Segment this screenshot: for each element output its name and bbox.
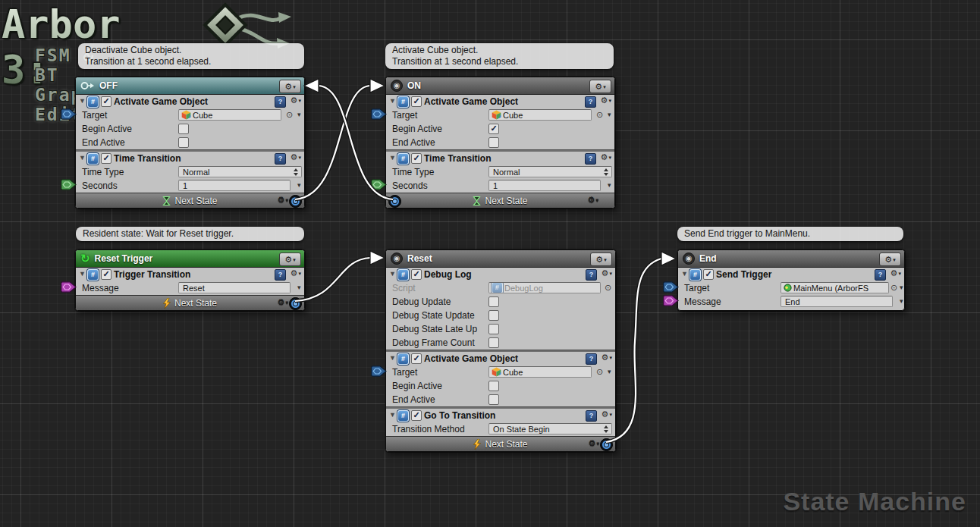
- input-port-float[interactable]: [371, 179, 387, 190]
- foldout-icon[interactable]: ▼: [389, 154, 396, 162]
- comment-box-off[interactable]: Deactivate Cube object. Transition at 1 …: [78, 43, 304, 69]
- transition-out-port[interactable]: [289, 297, 302, 310]
- input-port-gameobject[interactable]: [371, 365, 387, 377]
- help-icon[interactable]: ?: [275, 96, 286, 108]
- state-header-on[interactable]: ◉ ON ⚙▾: [386, 77, 614, 95]
- behavior-enabled-checkbox[interactable]: ✓: [101, 153, 112, 164]
- behavior-enabled-checkbox[interactable]: ✓: [411, 96, 422, 107]
- object-picker-icon[interactable]: ⊙: [890, 283, 897, 293]
- state-node-off[interactable]: OFF ⚙▾ ▼ # ✓ Activate Game Object ? ⚙▾ T…: [75, 77, 305, 209]
- comment-box-on[interactable]: Activate Cube object. Transition at 1 se…: [385, 43, 614, 69]
- transition-reset-to-end[interactable]: [606, 252, 676, 442]
- input-port-gameobject[interactable]: [663, 281, 679, 293]
- dropdown-arrow-icon[interactable]: ▾: [608, 368, 611, 375]
- gear-icon[interactable]: ⚙▾: [601, 96, 611, 105]
- object-field[interactable]: Cube: [488, 109, 592, 121]
- next-state-bar[interactable]: Next State ⚙▾: [76, 193, 304, 208]
- graph-canvas[interactable]: Arbor 3: FSM & BT Graph Editor State Mac…: [0, 0, 980, 527]
- foldout-icon[interactable]: ▼: [79, 97, 86, 105]
- behavior-enabled-checkbox[interactable]: ✓: [101, 269, 112, 280]
- input-port-gameobject[interactable]: [371, 108, 387, 120]
- state-header-reset-trigger[interactable]: ↻ Reset Trigger ⚙▾: [76, 250, 304, 268]
- behavior-enabled-checkbox[interactable]: ✓: [411, 353, 422, 364]
- state-node-end[interactable]: ◉ End ⚙▾ ▼ # ✓ Send Trigger ? ⚙▾ Target …: [677, 249, 905, 311]
- object-picker-icon[interactable]: ⊙: [596, 367, 603, 377]
- checkbox[interactable]: [488, 324, 499, 334]
- object-picker-icon[interactable]: ⊙: [286, 110, 293, 120]
- checkbox[interactable]: [488, 137, 499, 148]
- checkbox[interactable]: [488, 394, 499, 405]
- help-icon[interactable]: ?: [275, 269, 286, 281]
- dropdown-arrow-icon[interactable]: ▾: [297, 284, 301, 291]
- object-field[interactable]: MainMenu (ArborFS: [781, 282, 889, 293]
- checkbox[interactable]: ✓: [488, 124, 499, 134]
- foldout-icon[interactable]: ▼: [79, 270, 86, 278]
- state-gear-button[interactable]: ⚙▾: [589, 80, 611, 93]
- state-header-reset[interactable]: ◉ Reset ⚙▾: [386, 250, 615, 268]
- gear-icon[interactable]: ⚙▾: [278, 298, 288, 306]
- transition-out-port[interactable]: [289, 195, 302, 208]
- text-field[interactable]: Reset: [178, 282, 291, 293]
- object-picker-icon[interactable]: ⊙: [596, 110, 603, 120]
- transition-out-port[interactable]: [388, 195, 401, 208]
- state-gear-button[interactable]: ⚙▾: [279, 80, 301, 93]
- object-picker-icon[interactable]: ⊙: [605, 283, 611, 293]
- state-gear-button[interactable]: ⚙▾: [590, 253, 612, 266]
- foldout-icon[interactable]: ▼: [681, 270, 688, 278]
- comment-box-reset-trigger[interactable]: Resident state: Wait for Reset trigger.: [76, 227, 304, 241]
- gear-icon[interactable]: ⚙▾: [291, 153, 301, 162]
- transition-reset-trigger-to-reset[interactable]: [295, 251, 385, 301]
- help-icon[interactable]: ?: [586, 410, 597, 422]
- input-port-string[interactable]: [663, 295, 679, 306]
- state-gear-button[interactable]: ⚙▾: [879, 253, 901, 266]
- behavior-enabled-checkbox[interactable]: ✓: [703, 269, 714, 280]
- input-port-string[interactable]: [61, 281, 77, 293]
- text-field[interactable]: 1: [178, 180, 291, 191]
- gear-icon[interactable]: ⚙▾: [291, 269, 301, 278]
- help-icon[interactable]: ?: [875, 269, 886, 281]
- help-icon[interactable]: ?: [585, 96, 596, 108]
- checkbox[interactable]: [178, 124, 189, 134]
- object-field[interactable]: Cube: [488, 366, 592, 378]
- gear-icon[interactable]: ⚙▾: [589, 439, 599, 447]
- state-node-reset-trigger[interactable]: ↻ Reset Trigger ⚙▾ ▼ # ✓ Trigger Transit…: [75, 249, 305, 311]
- foldout-icon[interactable]: ▼: [389, 97, 396, 105]
- gear-icon[interactable]: ⚙▾: [890, 269, 901, 278]
- next-state-bar[interactable]: Next State ⚙▾: [76, 295, 304, 310]
- transition-out-port[interactable]: [600, 438, 613, 451]
- behavior-enabled-checkbox[interactable]: ✓: [411, 153, 422, 164]
- dropdown-arrow-icon[interactable]: ▾: [608, 181, 611, 189]
- checkbox[interactable]: [488, 381, 499, 391]
- state-node-on[interactable]: ◉ ON ⚙▾ ▼ # ✓ Activate Game Object ? ⚙▾ …: [385, 77, 615, 209]
- foldout-icon[interactable]: ▼: [389, 270, 396, 278]
- gear-icon[interactable]: ⚙▾: [602, 410, 612, 419]
- dropdown-arrow-icon[interactable]: ▾: [900, 284, 903, 291]
- state-header-end[interactable]: ◉ End ⚙▾: [678, 250, 904, 268]
- checkbox[interactable]: [488, 337, 499, 348]
- checkbox[interactable]: [178, 137, 189, 148]
- gear-icon[interactable]: ⚙▾: [602, 269, 612, 278]
- text-field[interactable]: End: [781, 296, 893, 307]
- text-field[interactable]: 1: [488, 180, 601, 191]
- next-state-bar[interactable]: Next State ⚙▾: [386, 436, 615, 451]
- foldout-icon[interactable]: ▼: [389, 354, 396, 362]
- checkbox[interactable]: [488, 296, 499, 307]
- help-icon[interactable]: ?: [586, 353, 597, 365]
- state-gear-button[interactable]: ⚙▾: [279, 253, 301, 266]
- behavior-enabled-checkbox[interactable]: ✓: [101, 96, 112, 107]
- gear-icon[interactable]: ⚙▾: [588, 196, 598, 204]
- comment-box-end[interactable]: Send End trigger to MainMenu.: [677, 227, 903, 241]
- behavior-enabled-checkbox[interactable]: ✓: [411, 410, 422, 421]
- gear-icon[interactable]: ⚙▾: [602, 353, 612, 362]
- gear-icon[interactable]: ⚙▾: [291, 96, 301, 105]
- gear-icon[interactable]: ⚙▾: [601, 153, 611, 162]
- help-icon[interactable]: ?: [275, 153, 286, 165]
- dropdown-select[interactable]: On State Begin: [488, 423, 612, 434]
- help-icon[interactable]: ?: [586, 269, 597, 281]
- dropdown-arrow-icon[interactable]: ▾: [297, 111, 301, 118]
- state-node-reset[interactable]: ◉ Reset ⚙▾ ▼ # ✓ Debug Log ? ⚙▾ Script #…: [385, 249, 616, 452]
- dropdown-arrow-icon[interactable]: ▾: [608, 111, 611, 118]
- foldout-icon[interactable]: ▼: [79, 154, 86, 162]
- gear-icon[interactable]: ⚙▾: [278, 196, 288, 204]
- input-port-gameobject[interactable]: [61, 108, 77, 120]
